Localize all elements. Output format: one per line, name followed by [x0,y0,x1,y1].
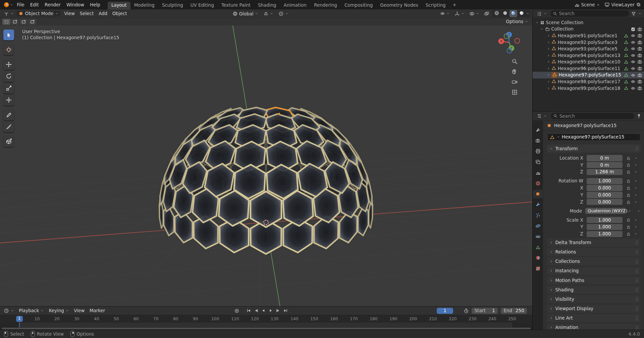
shading-wireframe-button[interactable] [493,10,501,17]
outliner-item-hexagone98-polysurface17[interactable]: Hexagone98:polySurface17 [533,78,644,85]
blender-logo-icon[interactable] [3,2,9,8]
menu-help[interactable]: Help [87,1,103,8]
section-motion-paths[interactable]: Motion Paths [547,276,641,284]
lock-toggle[interactable] [626,170,631,174]
camera-view-button[interactable] [512,79,518,85]
xray-toggle[interactable] [482,10,491,16]
section-instancing[interactable]: Instancing [547,267,641,275]
lock-toggle[interactable] [626,193,631,197]
properties-tab-tool[interactable] [533,126,542,134]
transform-value-field[interactable]: 1.000 [587,224,623,230]
gizmos-dropdown[interactable] [453,10,466,16]
orientation-dropdown[interactable]: Global [231,11,260,17]
navigation-gizmo[interactable]: X Y Z [497,31,521,54]
tool-annotate-button[interactable] [3,110,14,120]
jump-end-button[interactable] [282,307,289,314]
properties-tab-physics[interactable] [533,222,542,230]
properties-tab-object[interactable] [533,190,542,199]
properties-tab-texture[interactable] [533,264,542,273]
properties-tab-object-data[interactable] [533,243,542,252]
playhead-label[interactable]: 1 [16,316,23,322]
tool-scale-button[interactable] [3,83,14,94]
object-name-field[interactable]: Hexagone97:polySurface15 [547,133,640,141]
outliner-search-input[interactable]: Search [550,10,629,16]
viewport-3d[interactable]: Object Mode ViewSelectAddObject Global [0,9,532,306]
animate-dot-icon[interactable] [634,232,638,236]
section-delta-transform[interactable]: Delta Transform [547,238,641,246]
transform-value-field[interactable]: 0 m [587,155,623,161]
outliner-item-hexagone97-polysurface15[interactable]: Hexagone97:polySurface15 [533,72,644,78]
properties-tab-scene[interactable] [533,168,542,177]
menu-window[interactable]: Window [63,1,87,8]
visibility-dropdown[interactable] [438,11,451,16]
current-frame-field[interactable]: 1 [437,308,453,314]
frame-end-field[interactable]: End 250 [501,308,527,314]
workspace-tab-texture-paint[interactable]: Texture Paint [218,2,254,10]
tool-select-box-button[interactable] [3,30,14,40]
animate-dot-icon[interactable] [634,200,638,204]
properties-tab-output[interactable] [533,147,542,156]
viewport-canvas[interactable]: User Perspective (1) Collection | Hexago… [0,25,532,306]
properties-editor-type-button[interactable] [535,113,549,119]
animate-dot-icon[interactable] [637,209,641,213]
viewport-menu-select[interactable]: Select [77,11,96,16]
shading-rendered-button[interactable] [518,10,525,17]
jump-start-button[interactable] [245,307,252,314]
lock-toggle[interactable] [626,156,631,160]
filter-icon[interactable] [631,11,636,16]
animate-dot-icon[interactable] [634,186,638,190]
animate-dot-icon[interactable] [634,225,638,229]
transform-value-field[interactable]: 0 m [587,162,623,168]
workspace-tab-layout[interactable]: Layout [108,2,130,10]
mode-dropdown[interactable]: Object Mode [16,11,61,16]
timeline-menu-marker[interactable]: Marker [87,308,108,314]
scene-selector[interactable]: Scene [574,2,600,7]
unlink-scene-icon[interactable] [596,3,600,7]
properties-tab-modifiers[interactable] [533,200,542,209]
tool-rotate-button[interactable] [3,71,14,82]
section-shading[interactable]: Shading [547,286,641,294]
transform-value-field[interactable]: Quaternion (WXYZ) [585,208,626,214]
outliner-item-hexagone95-polysurface10[interactable]: Hexagone95:polySurface10 [533,59,644,65]
tool-add-cube-button[interactable] [3,136,14,147]
viewport-options-button[interactable]: Options [504,19,530,24]
properties-editor[interactable]: Search Hexagone97:polySurface15 [533,112,644,330]
viewlayer-selector[interactable]: ViewLayer [604,2,641,7]
menu-render[interactable]: Render [42,1,63,8]
select-mode-new-button[interactable] [2,19,10,25]
next-keyframe-button[interactable] [275,307,282,314]
copy-viewlayer-icon[interactable] [636,2,641,7]
timeline-menu-playback[interactable]: Playback [16,308,46,314]
workspace-tab-shading[interactable]: Shading [254,2,280,10]
transform-value-field[interactable]: 1.000 [587,178,623,184]
timeline-track[interactable] [0,323,532,327]
tool-cursor-button[interactable] [3,44,14,55]
transform-value-field[interactable]: 1.000 [587,217,623,223]
tool-move-button[interactable] [3,59,14,70]
workspace-tab-modeling[interactable]: Modeling [130,2,158,10]
workspace-tab-geometry-nodes[interactable]: Geometry Nodes [376,2,422,10]
outliner-editor-type-button[interactable] [535,10,549,16]
properties-tab-render[interactable] [533,136,542,145]
shading-material-button[interactable] [509,10,517,17]
viewport-menu-add[interactable]: Add [96,11,110,16]
scene-3d-render[interactable] [0,25,532,306]
outliner-item-hexagone96-polysurface11[interactable]: Hexagone96:polySurface11 [533,65,644,72]
workspace-tab-animation[interactable]: Animation [280,2,311,10]
lock-toggle[interactable] [626,179,631,183]
animate-dot-icon[interactable] [634,218,638,222]
orthographic-toggle-button[interactable] [512,89,518,95]
menu-edit[interactable]: Edit [27,1,42,8]
transform-value-field[interactable]: 1.266 m [587,169,623,175]
timeline-menu-view[interactable]: View [71,308,87,314]
viewport-menu-object[interactable]: Object [110,11,129,16]
animate-dot-icon[interactable] [634,163,638,167]
prev-keyframe-button[interactable] [253,307,260,314]
transform-value-field[interactable]: 0.000 [587,185,623,191]
timeline-menu-keying[interactable]: Keying [46,308,71,314]
play-reverse-button[interactable] [260,307,267,314]
snap-toggle[interactable] [262,11,275,17]
menu-file[interactable]: File [14,1,28,8]
properties-tab-view-layer[interactable] [533,158,542,166]
outliner-item-hexagone99-polysurface18[interactable]: Hexagone99:polySurface18 [533,85,644,92]
